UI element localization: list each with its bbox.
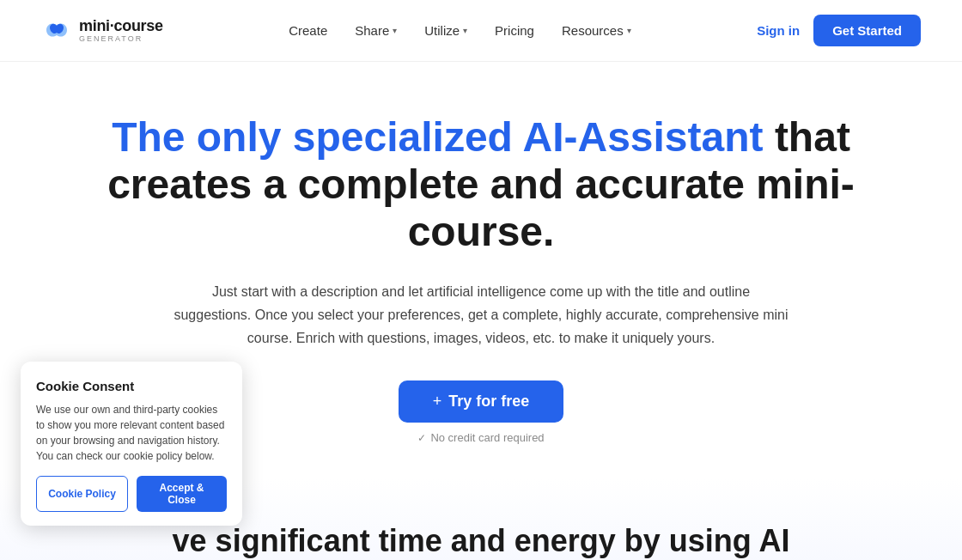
navbar: mini·course GENERATOR Create Share ▾ Uti… [0,0,962,62]
logo-icon [41,18,72,42]
nav-resources[interactable]: Resources ▾ [562,23,631,38]
nav-share[interactable]: Share ▾ [355,23,397,38]
accept-close-button[interactable]: Accept & Close [137,476,227,512]
logo-wordmark: mini·course [79,18,163,35]
nav-actions: Sign in Get Started [757,15,921,46]
get-started-button[interactable]: Get Started [813,15,921,46]
hero-title: The only specialized AI-Assistant that c… [41,113,921,256]
cookie-policy-button[interactable]: Cookie Policy [36,476,128,512]
cookie-consent-banner: Cookie Consent We use our own and third-… [21,362,242,526]
cookie-actions: Cookie Policy Accept & Close [36,476,227,512]
logo[interactable]: mini·course GENERATOR [41,18,163,44]
nav-create[interactable]: Create [289,23,327,38]
logo-tagline: GENERATOR [79,34,163,43]
hero-description: Just start with a description and let ar… [172,280,790,350]
save-section-title: ve significant time and energy by using … [137,521,825,560]
nav-links: Create Share ▾ Utilize ▾ Pricing Resourc… [289,23,630,38]
save-title-part1: ve significant time and energy by using … [173,523,790,560]
resources-chevron-icon: ▾ [627,26,631,35]
check-icon: ✓ [417,432,426,444]
utilize-chevron-icon: ▾ [463,26,467,35]
nav-utilize[interactable]: Utilize ▾ [424,23,467,38]
try-for-free-button[interactable]: + Try for free [399,380,564,423]
share-chevron-icon: ▾ [393,26,397,35]
sign-in-button[interactable]: Sign in [757,23,800,38]
nav-pricing[interactable]: Pricing [495,23,534,38]
cookie-description: We use our own and third-party cookies t… [36,402,227,464]
hero-title-blue: The only specialized AI-Assistant [112,114,763,160]
plus-icon: + [433,393,442,411]
cookie-title: Cookie Consent [36,379,227,393]
